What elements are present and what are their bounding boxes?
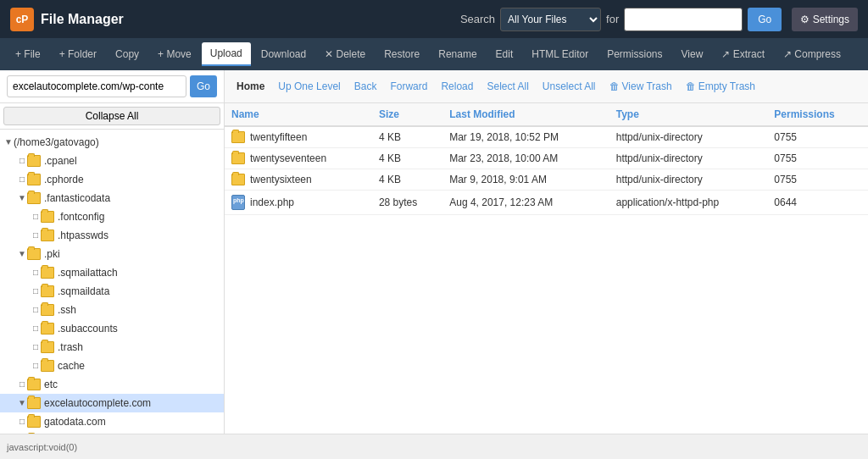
file-name-cell: index.php [225, 191, 372, 215]
tree-item-pki[interactable]: ▼ .pki [0, 245, 224, 263]
table-row[interactable]: twentysixteen 4 KB Mar 9, 2018, 9:01 AM … [225, 169, 868, 191]
tree-label-excelautocomplete: excelautocomplete.com [44, 395, 151, 411]
folder-icon-excelautocomplete [27, 397, 41, 409]
file-name: twentyfifteen [250, 131, 307, 143]
sidebar: Go Collapse All ▼ (/home3/gatovago) □ .c… [0, 70, 225, 434]
tree-item-sqmaildata[interactable]: □ .sqmaildata [0, 282, 224, 301]
app-logo: cP File Manager [10, 8, 124, 31]
tree-item-cache[interactable]: □ cache [0, 357, 224, 375]
tree-item-ssh[interactable]: □ .ssh [0, 301, 224, 319]
file-name: index.php [250, 196, 294, 208]
folder-icon-subaccounts [41, 323, 54, 335]
file-table: Name Size Last Modified Type Permissions… [225, 103, 868, 215]
file-type: application/x-httpd-php [609, 191, 768, 215]
tree-toggle-cache: □ [31, 358, 41, 373]
tree-item-htpasswds[interactable]: □ .htpasswds [0, 226, 224, 245]
new-folder-button[interactable]: + Folder [51, 42, 105, 66]
permissions-button[interactable]: Permissions [598, 42, 670, 66]
download-button[interactable]: Download [253, 42, 314, 66]
extract-button[interactable]: ↗ Extract [713, 42, 773, 66]
tree-label-gatodata: gatodata.com [44, 414, 106, 429]
tree-toggle-etc: □ [17, 377, 27, 392]
tree-item-cphorde[interactable]: □ .cphorde [0, 170, 224, 189]
col-size[interactable]: Size [372, 103, 442, 126]
tree-item-fantasticodata[interactable]: ▼ .fantasticodata [0, 189, 224, 207]
tree-item-root[interactable]: ▼ (/home3/gatovago) [0, 133, 224, 152]
tree-item-subaccounts[interactable]: □ .subaccounts [0, 319, 224, 338]
file-name-cell: twentysixteen [225, 169, 372, 191]
col-name[interactable]: Name [225, 103, 372, 126]
tree-label-mail: mail [44, 433, 63, 434]
col-last-modified[interactable]: Last Modified [442, 103, 609, 126]
sidebar-path-bar: Go [0, 70, 224, 103]
tree-toggle-excelautocomplete: ▼ [17, 395, 27, 411]
folder-icon-gatodata [27, 416, 41, 428]
file-tree: ▼ (/home3/gatovago) □ .cpanel □ .cphorde… [0, 130, 224, 434]
search-go-button[interactable]: Go [748, 8, 782, 31]
settings-button[interactable]: ⚙ Settings [792, 8, 858, 31]
search-scope-select[interactable]: All Your Files File Names Only File Cont… [500, 8, 601, 31]
table-body: twentyfifteen 4 KB Mar 19, 2018, 10:52 P… [225, 126, 868, 215]
tree-item-excelautocomplete[interactable]: ▼ excelautocomplete.com [0, 394, 224, 412]
copy-button[interactable]: Copy [107, 42, 147, 66]
folder-icon [231, 152, 245, 164]
folder-icon-cpanel [27, 155, 41, 167]
trash-icon: 🗑 [609, 80, 620, 92]
tree-item-etc[interactable]: □ etc [0, 375, 224, 394]
folder-icon-sqmailattach [41, 267, 54, 279]
tree-toggle-cpanel: □ [17, 153, 27, 169]
table-row[interactable]: twentyseventeen 4 KB Mar 23, 2018, 10:00… [225, 148, 868, 169]
tree-label-root: (/home3/gatovago) [14, 135, 99, 150]
collapse-all-section: Collapse All [0, 103, 224, 130]
path-input[interactable] [7, 75, 186, 97]
tree-label-cphorde: .cphorde [44, 172, 84, 187]
nav-forward-button[interactable]: Forward [385, 75, 432, 97]
view-button[interactable]: View [673, 42, 712, 66]
search-label: Search [460, 13, 495, 25]
collapse-all-button[interactable]: Collapse All [3, 107, 220, 125]
app-title: File Manager [41, 12, 124, 27]
folder-icon-fantasticodata [27, 192, 41, 204]
nav-select-all-button[interactable]: Select All [481, 75, 533, 97]
col-permissions[interactable]: Permissions [767, 103, 868, 126]
tree-item-fontconfig[interactable]: □ .fontconfig [0, 207, 224, 226]
file-type: httpd/unix-directory [609, 148, 768, 169]
nav-home-button[interactable]: Home [231, 75, 270, 97]
tree-item-cpanel[interactable]: □ .cpanel [0, 152, 224, 170]
tree-item-sqmailattach[interactable]: □ .sqmailattach [0, 263, 224, 282]
compress-button[interactable]: ↗ Compress [775, 42, 849, 66]
main-content: Go Collapse All ▼ (/home3/gatovago) □ .c… [0, 70, 868, 434]
php-file-icon [231, 195, 245, 210]
nav-view-trash-button[interactable]: 🗑 View Trash [604, 75, 677, 97]
rename-button[interactable]: Rename [430, 42, 485, 66]
nav-reload-button[interactable]: Reload [436, 75, 478, 97]
tree-item-gatodata[interactable]: □ gatodata.com [0, 412, 224, 431]
move-button[interactable]: + Move [149, 42, 200, 66]
delete-button[interactable]: ✕ Delete [316, 42, 374, 66]
col-type[interactable]: Type [609, 103, 768, 126]
tree-toggle-htpasswds: □ [31, 228, 41, 243]
table-row[interactable]: twentyfifteen 4 KB Mar 19, 2018, 10:52 P… [225, 126, 868, 148]
nav-back-button[interactable]: Back [349, 75, 382, 97]
nav-empty-trash-button[interactable]: 🗑 Empty Trash [681, 75, 760, 97]
table-row[interactable]: index.php 28 bytes Aug 4, 2017, 12:23 AM… [225, 191, 868, 215]
edit-button[interactable]: Edit [487, 42, 522, 66]
nav-unselect-all-button[interactable]: Unselect All [537, 75, 601, 97]
new-file-button[interactable]: + File [7, 42, 49, 66]
table-header: Name Size Last Modified Type Permissions [225, 103, 868, 126]
file-permissions: 0755 [767, 126, 868, 148]
tree-label-htpasswds: .htpasswds [58, 228, 108, 243]
upload-button[interactable]: Upload [202, 42, 251, 66]
tree-item-trash[interactable]: □ .trash [0, 338, 224, 357]
restore-button[interactable]: Restore [376, 42, 428, 66]
search-input[interactable] [624, 8, 743, 31]
tree-item-mail[interactable]: ▼ mail [0, 431, 224, 434]
html-editor-button[interactable]: HTML Editor [523, 42, 597, 66]
tree-label-subaccounts: .subaccounts [58, 321, 118, 336]
nav-up-button[interactable]: Up One Level [273, 75, 345, 97]
tree-label-fontconfig: .fontconfig [58, 209, 104, 224]
tree-label-ssh: .ssh [58, 302, 76, 318]
file-modified: Aug 4, 2017, 12:23 AM [442, 191, 609, 215]
path-go-button[interactable]: Go [190, 75, 217, 97]
tree-toggle-cphorde: □ [17, 172, 27, 187]
